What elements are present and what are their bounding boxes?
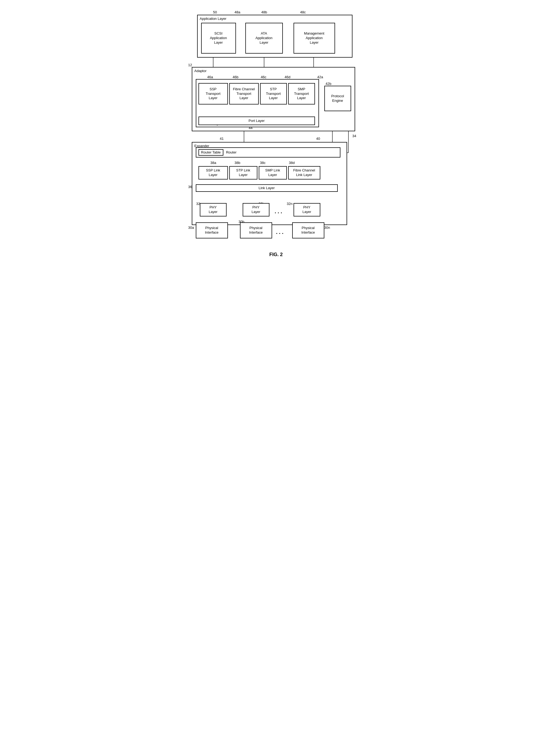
application-layer-label: Application Layer: [200, 17, 227, 21]
adaptor-label: Adaptor: [194, 69, 207, 73]
ref-40: 40: [316, 137, 320, 141]
phy-layer-a-box: PHYLayer: [200, 203, 227, 217]
port-layer-label: Port Layer: [249, 119, 265, 123]
ref-48b: 48b: [261, 10, 267, 14]
fc-transport-box: Fibre ChannelTransportLayer: [229, 83, 259, 105]
figure-caption-text: FIG. 2: [269, 252, 283, 257]
phy-layer-b-box: PHYLayer: [243, 203, 269, 217]
ref-42a: 42a: [317, 75, 323, 79]
ssp-transport-label: SSPTransportLayer: [206, 87, 221, 101]
phys-int-b-box: PhysicalInterface: [240, 222, 272, 238]
ref-30n: 30n: [324, 226, 330, 230]
ref-46b: 46b: [233, 75, 239, 79]
ref-46c: 46c: [261, 75, 267, 79]
figure-caption: FIG. 2: [182, 252, 370, 257]
router-box: Router Table Router: [196, 147, 340, 157]
fc-link-label: Fibre ChannelLink Layer: [293, 168, 315, 177]
port-layer-box: Port Layer: [198, 117, 315, 125]
ref-50: 50: [213, 10, 217, 14]
smp-transport-label: SMPTransportLayer: [294, 87, 309, 101]
ata-app-label: ATAApplicationLayer: [256, 31, 273, 45]
ssp-link-label: SSP LinkLayer: [206, 168, 220, 177]
ref-46a: 46a: [207, 75, 213, 79]
ref-48a: 48a: [235, 10, 241, 14]
management-app-box: ManagementApplicationLayer: [294, 23, 335, 53]
ref-12: 12: [188, 63, 192, 67]
stp-link-box: STP LinkLayer: [229, 166, 257, 179]
ref-48c: 48c: [300, 10, 306, 14]
phy-layer-n-label: PHYLayer: [302, 205, 311, 214]
protocol-engine-box-label: ProtocolEngine: [331, 94, 344, 103]
smp-transport-box: SMPTransportLayer: [288, 83, 315, 105]
diagram-container: 50 48a 48b 48c Application Layer SCSIApp…: [182, 5, 370, 246]
phys-int-a-box: PhysicalInterface: [196, 222, 228, 238]
management-app-label: ManagementApplicationLayer: [304, 31, 324, 45]
phys-int-n-label: PhysicalInterface: [301, 226, 315, 235]
stp-link-label: STP LinkLayer: [236, 168, 250, 177]
router-table-inner-box: Router Table: [198, 149, 223, 156]
phys-int-n-box: PhysicalInterface: [292, 222, 324, 238]
phy-layer-n-box: PHYLayer: [294, 203, 320, 217]
router-label: Router: [226, 150, 237, 155]
router-table-label: Router Table: [201, 150, 221, 155]
link-layer-box: Link Layer: [196, 184, 338, 192]
ref-42b: 42b: [326, 82, 331, 86]
ref-44: 44: [249, 126, 253, 130]
scsi-app-label: SCSIApplicationLayer: [210, 31, 227, 45]
ref-38d: 38d: [289, 161, 295, 165]
fc-link-box: Fibre ChannelLink Layer: [288, 166, 320, 179]
ref-38c: 38c: [260, 161, 266, 165]
protocol-engine-box: ProtocolEngine: [324, 86, 351, 111]
ssp-transport-box: SSPTransportLayer: [198, 83, 228, 105]
phys-int-b-label: PhysicalInterface: [249, 226, 263, 235]
phy-layer-b-label: PHYLayer: [252, 205, 260, 214]
phys-ellipsis: . . .: [276, 229, 284, 235]
stp-transport-box: STPTransportLayer: [260, 83, 287, 105]
ref-32n: 32n: [287, 202, 293, 206]
ssp-link-box: SSP LinkLayer: [198, 166, 228, 179]
ref-34: 34: [353, 134, 356, 138]
phys-int-a-label: PhysicalInterface: [205, 226, 219, 235]
ref-41: 41: [220, 137, 224, 141]
smp-link-label: SMP LinkLayer: [265, 168, 280, 177]
ata-app-box: ATAApplicationLayer: [245, 23, 283, 53]
page: 50 48a 48b 48c Application Layer SCSIApp…: [182, 5, 370, 257]
ref-36: 36: [188, 185, 192, 189]
ellipsis: . . .: [275, 209, 282, 215]
stp-transport-label: STPTransportLayer: [266, 87, 281, 101]
ref-38a: 38a: [211, 161, 217, 165]
link-layer-label: Link Layer: [259, 186, 275, 191]
ref-30a: 30a: [188, 226, 194, 230]
ref-38b: 38b: [235, 161, 241, 165]
fc-transport-label: Fibre ChannelTransportLayer: [233, 87, 255, 101]
smp-link-box: SMP LinkLayer: [259, 166, 287, 179]
phy-layer-a-label: PHYLayer: [209, 205, 218, 214]
ref-46d: 46d: [285, 75, 291, 79]
scsi-app-box: SCSIApplicationLayer: [201, 23, 236, 53]
